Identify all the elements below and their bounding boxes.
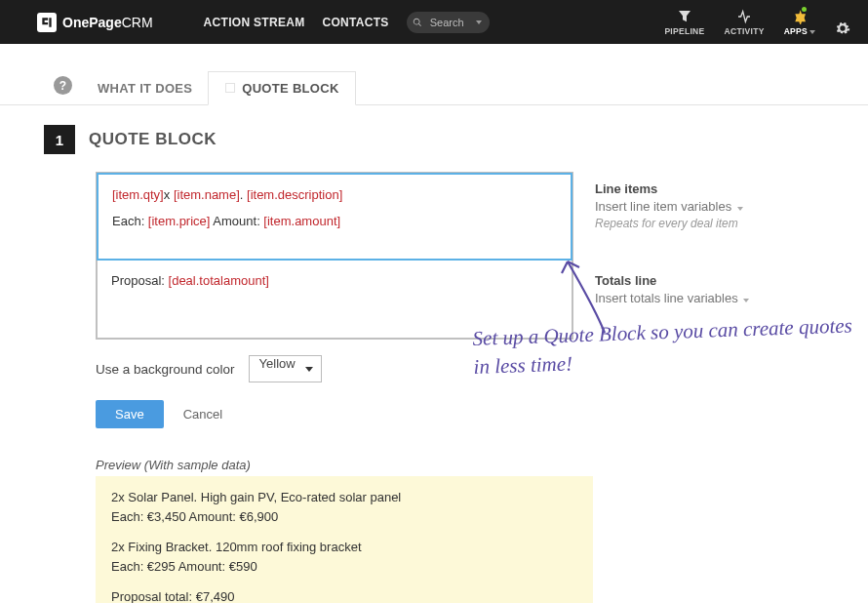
logo-icon — [37, 13, 57, 32]
pipeline-icon — [677, 9, 692, 24]
nav-pipeline[interactable]: PIPELINE — [664, 9, 704, 36]
line-items-editor[interactable]: [item.qty]x [item.name]. [item.descripti… — [97, 173, 572, 261]
preview-line: Each: €295 Amount: €590 — [111, 558, 577, 576]
preview-line: Proposal total: €7,490 — [111, 588, 577, 603]
line-items-side: Line items Insert line item variables Re… — [595, 181, 749, 230]
var-item-name: [item.name] — [174, 187, 240, 202]
insert-line-vars-link[interactable]: Insert line item variables — [595, 199, 749, 214]
preview-line: 2x Fixing Bracket. 120mm roof fixing bra… — [111, 539, 577, 556]
nav-pipeline-label: PIPELINE — [664, 26, 704, 36]
step-title: QUOTE BLOCK — [89, 130, 217, 149]
cancel-button[interactable]: Cancel — [183, 407, 222, 422]
search-icon — [413, 18, 422, 27]
text: x — [164, 187, 174, 202]
chevron-down-icon — [476, 20, 482, 24]
logo-text: OnePageCRM — [62, 15, 153, 30]
search-input[interactable]: Search — [407, 12, 490, 33]
text: Proposal: — [111, 273, 169, 288]
nav-apps-label: APPS — [784, 26, 815, 36]
preview-box: 2x Solar Panel. High gain PV, Eco-rated … — [96, 476, 593, 603]
bg-color-label: Use a background color — [96, 362, 235, 377]
preview-line: 2x Solar Panel. High gain PV, Eco-rated … — [111, 489, 577, 506]
preview-label: Preview (With sample data) — [96, 458, 839, 472]
text: . — [240, 187, 247, 202]
bg-color-select[interactable]: Yellow — [249, 355, 322, 382]
text: Amount: — [210, 214, 263, 228]
var-item-amount: [item.amount] — [263, 214, 340, 228]
help-icon[interactable]: ? — [54, 76, 72, 95]
step-header: 1 QUOTE BLOCK — [0, 105, 868, 154]
chevron-down-icon — [743, 299, 749, 302]
chevron-down-icon — [737, 207, 743, 211]
gear-icon — [835, 20, 850, 36]
nav-apps[interactable]: APPS — [784, 9, 815, 36]
preview-line: Each: €3,450 Amount: €6,900 — [111, 508, 577, 526]
search-placeholder: Search — [430, 17, 464, 28]
status-dot-icon — [802, 7, 807, 12]
tab-what-it-does[interactable]: WHAT IT DOES — [82, 72, 208, 104]
svg-rect-0 — [226, 84, 235, 93]
var-item-description: [item.description] — [247, 187, 342, 202]
nav-activity-label: ACTIVITY — [725, 26, 765, 36]
tab-quote-block[interactable]: QUOTE BLOCK — [208, 71, 355, 105]
step-number: 1 — [44, 125, 75, 154]
quote-block-icon — [224, 82, 236, 94]
nav-activity[interactable]: ACTIVITY — [725, 9, 765, 36]
top-nav: OnePageCRM ACTION STREAM CONTACTS Search… — [0, 0, 868, 44]
activity-icon — [736, 9, 752, 24]
repeats-note: Repeats for every deal item — [595, 217, 749, 230]
logo[interactable]: OnePageCRM — [37, 13, 153, 32]
var-deal-totalamount: [deal.totalamount] — [169, 273, 269, 288]
nav-contacts[interactable]: CONTACTS — [323, 16, 389, 29]
line-items-heading: Line items — [595, 181, 749, 196]
nav-action-stream[interactable]: ACTION STREAM — [204, 16, 305, 29]
var-item-qty: [item.qty] — [112, 187, 164, 202]
var-item-price: [item.price] — [148, 214, 211, 228]
nav-settings[interactable] — [835, 20, 850, 36]
tabs: ? WHAT IT DOES QUOTE BLOCK — [0, 44, 868, 105]
text: Each: — [112, 214, 148, 228]
save-button[interactable]: Save — [96, 400, 164, 428]
